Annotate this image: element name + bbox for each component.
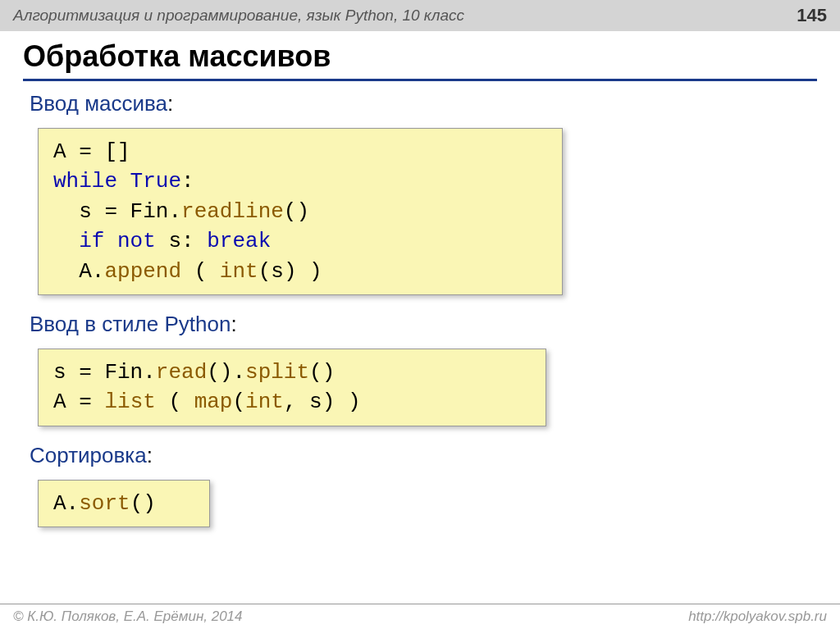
slide-header: Алгоритмизация и программирование, язык …	[0, 0, 840, 31]
code-block-3: A.sort()	[38, 480, 210, 527]
footer-url: http://kpolyakov.spb.ru	[688, 608, 827, 625]
page-title: Обработка массивов	[23, 39, 817, 74]
page-number: 145	[797, 5, 827, 26]
title-divider	[23, 79, 817, 81]
section-sort: Сортировка:	[30, 443, 817, 468]
course-info: Алгоритмизация и программирование, язык …	[13, 7, 464, 25]
section-input-python: Ввод в стиле Python:	[30, 312, 817, 337]
footer-authors: © К.Ю. Поляков, Е.А. Ерёмин, 2014	[13, 608, 243, 625]
slide-footer: © К.Ю. Поляков, Е.А. Ерёмин, 2014 http:/…	[0, 604, 840, 629]
section-input-array: Ввод массива:	[30, 91, 817, 116]
code-block-1: A = [] while True: s = Fin.readline() if…	[38, 128, 563, 295]
slide-content: Обработка массивов Ввод массива: A = [] …	[0, 31, 840, 539]
code-block-2: s = Fin.read().split() A = list ( map(in…	[38, 349, 546, 426]
